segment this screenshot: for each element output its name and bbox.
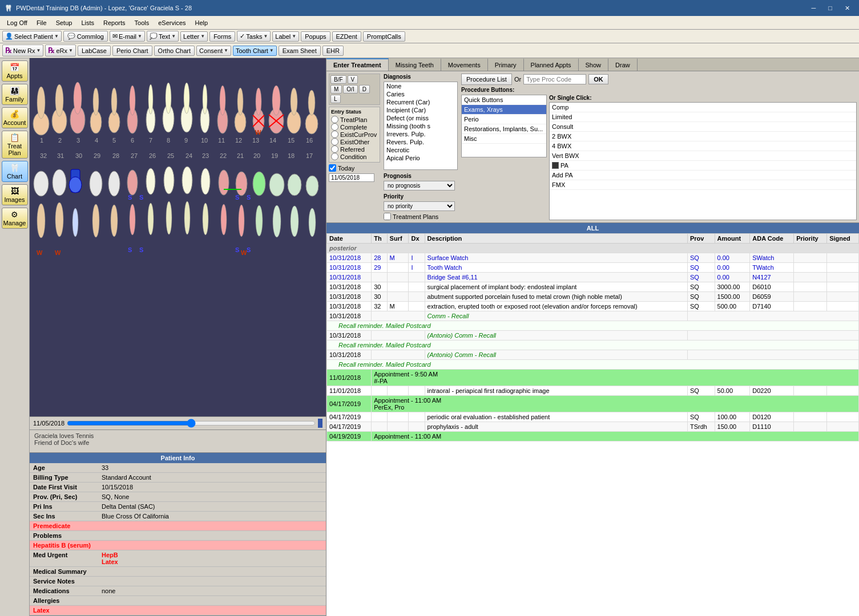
minimize-btn[interactable]: ─: [807, 3, 821, 13]
menu-help[interactable]: Help: [191, 18, 213, 27]
menu-tools[interactable]: Tools: [130, 18, 154, 27]
menu-lists[interactable]: Lists: [76, 18, 99, 27]
today-checkbox[interactable]: Today: [329, 164, 380, 172]
tasks-btn[interactable]: ✓ Tasks ▼: [237, 31, 271, 42]
treatment-table-container[interactable]: Date Th Surf Dx Description Prov Amount …: [326, 233, 859, 616]
table-row[interactable]: 10/31/2018 30 surgical placement of impl…: [327, 282, 859, 292]
table-row[interactable]: 04/17/2019 prophylaxis - adult TSrdh 150…: [327, 422, 859, 432]
click-fmx[interactable]: FMX: [550, 180, 856, 190]
proc-code-input[interactable]: [523, 74, 586, 84]
radio-referred[interactable]: Referred: [331, 145, 378, 153]
commlog-btn[interactable]: 💬 Commlog: [63, 31, 108, 42]
tooth-chart-btn[interactable]: Tooth Chart ▼: [233, 46, 277, 56]
tab-show[interactable]: Show: [579, 58, 609, 71]
menu-reports[interactable]: Reports: [99, 18, 130, 27]
click-4bwx[interactable]: 4 BWX: [550, 141, 856, 151]
proc-btn-misc[interactable]: Misc: [462, 134, 546, 144]
maximize-btn[interactable]: □: [824, 3, 837, 13]
table-row[interactable]: 04/19/2019 Appointment - 11:00 AM: [327, 432, 859, 441]
diag-necrotic[interactable]: Necrotic: [384, 146, 457, 154]
table-row[interactable]: 04/17/2019 periodic oral evaluation - es…: [327, 412, 859, 422]
tab-enter-treatment[interactable]: Enter Treatment: [326, 58, 389, 71]
click-consult[interactable]: Consult: [550, 122, 856, 132]
click-vertbwx[interactable]: Vert BWX: [550, 151, 856, 161]
sidebar-item-appts[interactable]: 📅 Appts: [2, 60, 28, 82]
new-rx-btn[interactable]: ℞ New Rx ▼: [2, 44, 43, 56]
btn-oi[interactable]: O/I: [343, 85, 357, 94]
tab-draw[interactable]: Draw: [608, 58, 638, 71]
tab-primary[interactable]: Primary: [488, 58, 524, 71]
proc-btn-exams[interactable]: Exams, Xrays: [462, 105, 546, 115]
title-bar-controls[interactable]: ─ □ ✕: [807, 3, 854, 13]
btn-bf[interactable]: B/F: [330, 75, 346, 84]
table-row[interactable]: 10/31/2018 Comm - Recall: [327, 311, 859, 321]
text-btn[interactable]: 💭 Text ▼: [147, 31, 179, 42]
diag-irrevers[interactable]: Irrevers. Pulp.: [384, 130, 457, 138]
sidebar-item-manage[interactable]: ⚙ Manage: [2, 208, 28, 229]
table-row[interactable]: 04/17/2019 Appointment - 11:00 AMPerEx, …: [327, 396, 859, 412]
promptcalls-btn[interactable]: PromptCalls: [363, 31, 405, 42]
radio-existcurprov[interactable]: ExistCurProv: [331, 131, 378, 138]
proc-btn-list[interactable]: Quick Buttons Exams, Xrays Perio Restora…: [461, 95, 547, 157]
menu-eservices[interactable]: eServices: [154, 18, 190, 27]
diag-recurrent[interactable]: Recurrent (Car): [384, 98, 457, 106]
radio-treatplan[interactable]: TreatPlan: [331, 116, 378, 123]
diag-incipient[interactable]: Incipient (Car): [384, 106, 457, 114]
sidebar-item-treatplan[interactable]: 📋 Treat Plan: [2, 131, 28, 159]
proc-btn-rest[interactable]: Restorations, Implants, Su...: [462, 124, 546, 134]
tooth-chart-canvas[interactable]: 1 2 3 4 5 6 7 8 9 10 11 12 13 14: [30, 58, 326, 416]
radio-condition[interactable]: Condition: [331, 153, 378, 160]
diag-caries[interactable]: Caries: [384, 90, 457, 98]
date-input[interactable]: [329, 173, 374, 182]
table-row[interactable]: 10/31/2018 (Antonio) Comm - Recall: [327, 331, 859, 341]
diag-missing[interactable]: Missing (tooth s: [384, 122, 457, 130]
btn-m[interactable]: M: [330, 85, 342, 94]
click-limited[interactable]: Limited: [550, 112, 856, 122]
letter-btn[interactable]: Letter ▼: [180, 31, 208, 42]
prognosis-select[interactable]: no prognosis: [384, 181, 455, 191]
proc-btn-quick[interactable]: Quick Buttons: [462, 95, 546, 105]
treatment-plans-checkbox[interactable]: Treatment Plans: [384, 213, 458, 220]
priority-select[interactable]: no priority: [384, 201, 455, 211]
click-comp[interactable]: Comp: [550, 103, 856, 112]
menu-setup[interactable]: Setup: [51, 18, 77, 27]
close-btn[interactable]: ✕: [840, 3, 854, 13]
diag-defect[interactable]: Defect (or miss: [384, 114, 457, 122]
table-row[interactable]: 10/31/2018 28 M I Surface Watch SQ 0.00 …: [327, 253, 859, 263]
erx-btn[interactable]: ℞ eRx ▼: [45, 44, 75, 56]
ortho-chart-btn[interactable]: Ortho Chart: [154, 46, 195, 56]
select-patient-btn[interactable]: 👤 Select Patient ▼: [2, 31, 62, 42]
email-btn[interactable]: ✉ E-mail ▼: [110, 31, 145, 42]
info-scrollable[interactable]: Age 33 Billing Type Standard Account Dat…: [30, 463, 326, 615]
diag-apical[interactable]: Apical Perio: [384, 154, 457, 162]
perio-chart-btn[interactable]: Perio Chart: [112, 46, 152, 56]
exam-sheet-btn[interactable]: Exam Sheet: [279, 46, 321, 56]
tab-movements[interactable]: Movements: [441, 58, 488, 71]
table-row[interactable]: 10/31/2018 (Antonio) Comm - Recall: [327, 350, 859, 360]
btn-v[interactable]: V: [348, 75, 358, 84]
table-row[interactable]: 10/31/2018 30 abutment supported porcela…: [327, 292, 859, 302]
tab-missing-teeth[interactable]: Missing Teeth: [389, 58, 441, 71]
forms-btn[interactable]: Forms: [209, 31, 235, 42]
table-row[interactable]: 10/31/2018 Bridge Seat #6,11 SQ 0.00 N41…: [327, 273, 859, 282]
diagnosis-list[interactable]: None Caries Recurrent (Car) Incipient (C…: [384, 82, 458, 170]
menu-file[interactable]: File: [32, 18, 51, 27]
proc-btn-perio[interactable]: Perio: [462, 115, 546, 124]
table-row[interactable]: 10/31/2018 32 M extraction, erupted toot…: [327, 302, 859, 311]
labcase-btn[interactable]: LabCase: [78, 46, 111, 56]
consent-btn[interactable]: Consent ▼: [196, 46, 231, 56]
sidebar-item-images[interactable]: 🖼 Images: [2, 184, 28, 205]
label-btn[interactable]: Label ▼: [272, 31, 299, 42]
table-row[interactable]: 10/31/2018 29 I Tooth Watch SQ 0.00 TWat…: [327, 263, 859, 273]
single-click-list[interactable]: Comp Limited Consult 2 BWX 4 BWX Vert BW…: [549, 102, 857, 220]
btn-d[interactable]: D: [359, 85, 370, 94]
popups-btn[interactable]: Popups: [301, 31, 330, 42]
ok-btn[interactable]: OK: [588, 74, 608, 84]
procedure-list-btn[interactable]: Procedure List: [461, 74, 512, 85]
radio-complete[interactable]: Complete: [331, 123, 378, 131]
click-pa[interactable]: PA: [550, 161, 856, 171]
sidebar-item-chart[interactable]: 🦷 Chart: [2, 161, 28, 182]
sidebar-item-family[interactable]: 👨‍👩‍👧 Family: [2, 84, 28, 105]
date-slider[interactable]: [67, 419, 316, 428]
click-2bwx[interactable]: 2 BWX: [550, 132, 856, 141]
